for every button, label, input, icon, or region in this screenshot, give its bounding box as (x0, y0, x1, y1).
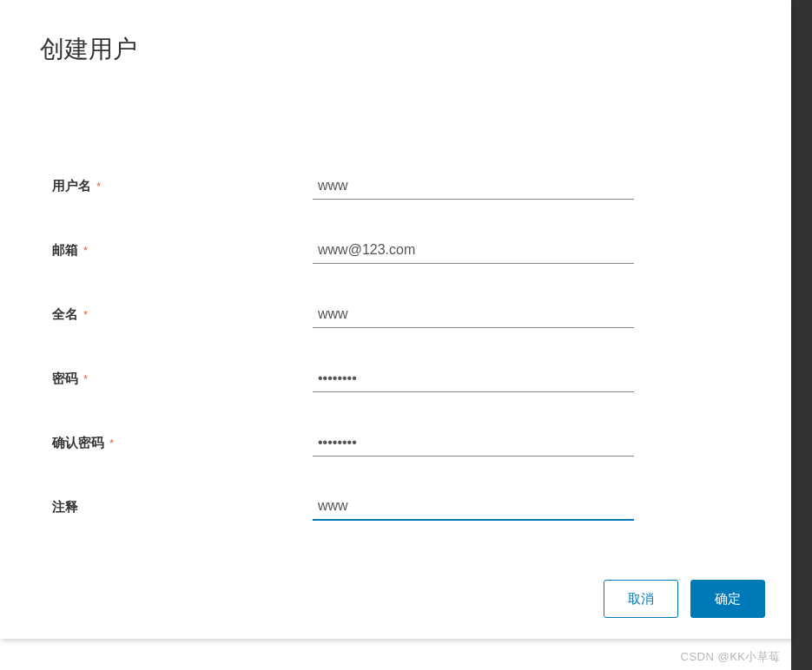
email-row: 邮箱 * (52, 234, 739, 266)
username-row: 用户名 * (52, 170, 739, 201)
fullname-row: 全名 * (52, 299, 739, 330)
cancel-button[interactable]: 取消 (604, 580, 678, 618)
email-label: 邮箱 * (52, 242, 313, 259)
confirm-password-row: 确认密码 * (52, 427, 739, 458)
required-asterisk: * (83, 372, 88, 385)
label-text: 邮箱 (52, 242, 78, 259)
label-text: 注释 (52, 499, 78, 516)
username-input[interactable] (313, 173, 634, 200)
password-input[interactable] (313, 365, 634, 392)
label-text: 确认密码 (52, 435, 104, 451)
required-asterisk: * (83, 244, 88, 257)
create-user-modal: 创建用户 用户名 * 邮箱 * 全名 * 密码 (0, 0, 791, 639)
fullname-input[interactable] (313, 301, 634, 328)
comment-label: 注释 (52, 499, 313, 516)
comment-row: 注释 (52, 491, 739, 522)
username-label: 用户名 * (52, 178, 313, 194)
modal-title: 创建用户 (0, 0, 791, 66)
required-asterisk: * (83, 308, 88, 321)
confirm-password-label: 确认密码 * (52, 435, 313, 451)
button-row: 取消 确定 (604, 580, 765, 618)
email-input[interactable] (313, 237, 634, 264)
fullname-label: 全名 * (52, 306, 313, 323)
password-row: 密码 * (52, 363, 739, 394)
required-asterisk: * (109, 437, 114, 450)
confirm-password-input[interactable] (313, 430, 634, 457)
confirm-button[interactable]: 确定 (690, 580, 765, 618)
label-text: 全名 (52, 306, 78, 323)
watermark: CSDN @KK小草莓 (681, 649, 782, 665)
required-asterisk: * (96, 180, 101, 193)
form-container: 用户名 * 邮箱 * 全名 * 密码 * (0, 66, 791, 522)
background-edge (791, 0, 812, 670)
comment-input[interactable] (313, 493, 634, 521)
label-text: 密码 (52, 371, 78, 387)
password-label: 密码 * (52, 371, 313, 387)
label-text: 用户名 (52, 178, 91, 194)
